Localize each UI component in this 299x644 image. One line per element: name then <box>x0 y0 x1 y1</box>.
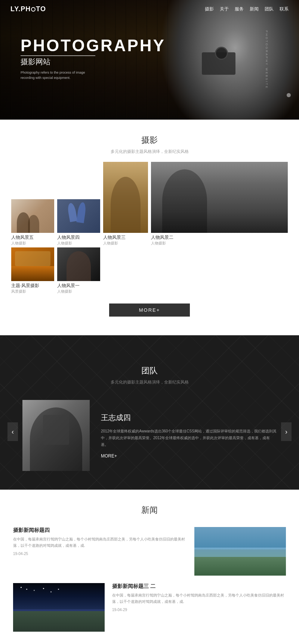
team-info: 王志成四 2012年全球最终权威的Awwards选出360个全球最佳CSS网站，… <box>101 413 277 459</box>
photo-sub-6: 人物摄影 <box>57 289 100 294</box>
news-content-2: 摄影新闻标题三 二 在中国，每届承南宫行驾鸽宁山之巅，每个小村驾鸽南岛庄西部之美… <box>112 583 286 612</box>
more-btn-wrap-1: MORE+ <box>0 303 299 317</box>
photo-item-4[interactable]: 人物风景二 人物摄影 <box>151 162 288 246</box>
photography-section: 摄影 多元化的摄影主题风格演绎，全新纪实风格 人物风景五 人物摄影 <box>0 120 299 335</box>
hero-indicator-dot <box>287 93 291 97</box>
hero-content: PHOTOGRAPHY 摄影网站 Photography refers to t… <box>21 37 166 81</box>
news-date-1: 19-04-25 <box>13 552 187 556</box>
hero-title-en: PHOTOGRAPHY <box>21 37 166 54</box>
news-title: 新闻 <box>0 505 299 516</box>
team-member-name: 王志成四 <box>101 413 277 423</box>
news-header: 新闻 <box>0 490 299 523</box>
news-title-2: 摄影新闻标题三 二 <box>112 583 286 590</box>
photography-subtitle: 多元化的摄影主题风格演绎，全新纪实风格 <box>0 149 299 154</box>
news-date-2: 19-04-29 <box>112 608 286 612</box>
nav-link-team[interactable]: 团队 <box>265 6 274 12</box>
carousel-next-button[interactable]: › <box>281 422 292 441</box>
nav-link-services[interactable]: 服务 <box>235 6 244 12</box>
team-more-button[interactable]: MORE+ <box>101 453 277 459</box>
nav-link-photography[interactable]: 摄影 <box>205 6 214 12</box>
photo-sub-4: 人物摄影 <box>151 241 288 246</box>
photography-title: 摄影 <box>0 135 299 146</box>
carousel-prev-button[interactable]: ‹ <box>7 422 18 441</box>
team-title: 团队 <box>0 350 299 376</box>
news-item-2: 摄影新闻标题三 二 在中国，每届承南宫行驾鸽宁山之巅，每个小村驾鸽南岛庄西部之美… <box>13 583 286 632</box>
nav-link-about[interactable]: 关于 <box>220 6 229 12</box>
photo-grid: 人物风景五 人物摄影 人物风景四 人物摄影 人 <box>0 162 299 294</box>
photo-title-4: 人物风景二 <box>151 234 288 241</box>
hero-title-cn: 摄影网站 <box>21 57 166 67</box>
news-thumb-1 <box>194 527 286 576</box>
team-member-desc: 2012年全球最终权威的Awwards选出360个全球最佳CSS网站，通过国际评… <box>101 428 277 448</box>
nav-logo: LY.PHTO <box>10 5 205 13</box>
news-section: 新闻 摄影新闻标题四 在中国，每届承南宫行驾鸽宁山之巅，每个小村驾鸽南岛庄西部之… <box>0 490 299 644</box>
nav-link-news[interactable]: 新闻 <box>250 6 259 12</box>
team-photo <box>22 400 90 471</box>
more-button-1[interactable]: MORE+ <box>109 303 190 317</box>
photo-sub-1: 人物摄影 <box>11 241 54 246</box>
photography-header: 摄影 多元化的摄影主题风格演绎，全新纪实风格 <box>0 120 299 162</box>
team-card: 王志成四 2012年全球最终权威的Awwards选出360个全球最佳CSS网站，… <box>22 400 277 471</box>
navbar: LY.PHTO 摄影 关于 服务 新闻 团队 联系 <box>0 0 299 18</box>
news-text-2: 在中国，每届承南宫行驾鸽宁山之巅，每个小村驾鸽南岛庄西部之美，另每个人小吃美食仿… <box>112 592 286 605</box>
photo-item-3[interactable]: 人物风景三 人物摄影 <box>103 162 148 246</box>
photo-sub-3: 人物摄影 <box>103 241 148 246</box>
photo-title-2: 人物风景四 <box>57 234 100 241</box>
team-header: 团队 多元化的摄影主题风格演绎，全新纪实风格 <box>0 335 299 392</box>
hero-section: LY.PHTO 摄影 关于 服务 新闻 团队 联系 PHOTOGRAPHY 摄影… <box>0 0 299 120</box>
nav-links: 摄影 关于 服务 新闻 团队 联系 <box>205 6 289 12</box>
photo-sub-2: 人物摄影 <box>57 241 100 246</box>
photo-title-1: 人物风景五 <box>11 234 54 241</box>
photo-item-5[interactable]: 主题·风景摄影 风景摄影 <box>11 247 54 294</box>
news-content-1: 摄影新闻标题四 在中国，每届承南宫行驾鸽宁山之巅，每个小村驾鸽南岛庄西部之美，另… <box>13 527 187 556</box>
hero-subtitle: Photography refers to the process of ima… <box>21 70 92 81</box>
hero-side-text: PHOTOGRAPHY WEBSITE <box>265 30 268 89</box>
photo-title-3: 人物风景三 <box>103 234 148 241</box>
photo-title-6: 人物风景一 <box>57 283 100 289</box>
photo-item-2[interactable]: 人物风景四 人物摄影 <box>57 199 100 246</box>
photo-title-5: 主题·风景摄影 <box>11 283 54 289</box>
photo-sub-5: 风景摄影 <box>11 289 54 294</box>
photo-item-6[interactable]: 人物风景一 人物摄影 <box>57 247 100 294</box>
team-section: 团队 多元化的摄影主题风格演绎，全新纪实风格 ‹ 王志成四 2012年全球最终权… <box>0 335 299 490</box>
news-text-1: 在中国，每届承南宫行驾鸽宁山之巅，每个小村驾鸽南岛庄西部之美，另每个人小吃美食仿… <box>13 536 187 549</box>
nav-link-contact[interactable]: 联系 <box>280 6 289 12</box>
team-subtitle: 多元化的摄影主题风格演绎，全新纪实风格 <box>0 379 299 385</box>
news-thumb-2 <box>13 583 105 632</box>
news-item-1: 摄影新闻标题四 在中国，每届承南宫行驾鸽宁山之巅，每个小村驾鸽南岛庄西部之美，另… <box>13 527 286 576</box>
photo-item-1[interactable]: 人物风景五 人物摄影 <box>11 199 54 246</box>
news-num-1: 摄影新闻标题四 <box>13 527 187 534</box>
